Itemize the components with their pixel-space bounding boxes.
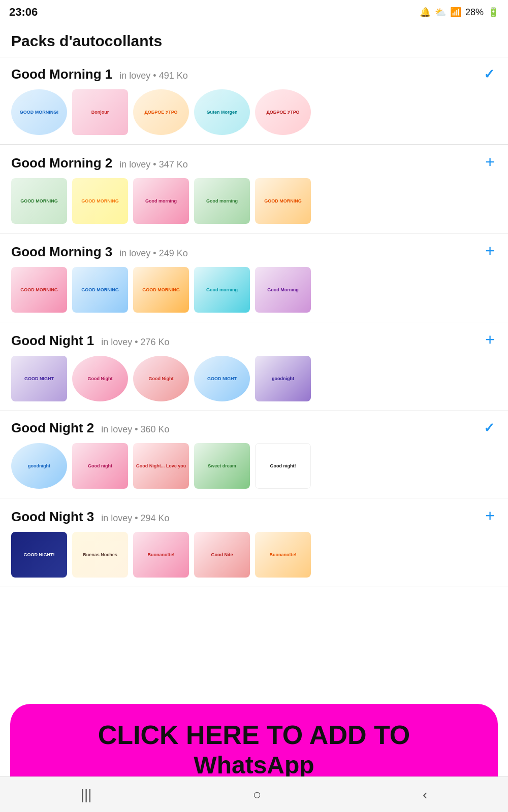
pack-action-gm1[interactable]: ✓ (482, 67, 497, 81)
sticker-gm2-4[interactable]: GOOD MORNING (255, 178, 311, 224)
sticker-gm1-1[interactable]: Bonjour (72, 89, 128, 135)
pack-title-row-gn1: Good Night 1in lovey • 276 Ko (11, 333, 483, 349)
sticker-label-gm1-2: ДОБРОЕ УТРО (144, 110, 177, 115)
pack-name-gn2: Good Night 2 (11, 420, 94, 436)
arrow-container (396, 587, 478, 594)
sticker-row-gn3: GOOD NIGHT!Buenas NochesBuonanotte!Good … (11, 532, 497, 578)
sticker-gm2-1[interactable]: GOOD MORNING (72, 178, 128, 224)
status-bar: 23:06 🔔 ⛅ 📶 28% 🔋 (0, 0, 508, 24)
sticker-label-gm1-1: Bonjour (91, 110, 109, 115)
sticker-label-gm3-2: GOOD MORNING (142, 287, 180, 293)
sticker-gm1-3[interactable]: Guten Morgen (194, 89, 250, 135)
pack-meta-gm1: in lovey • 491 Ko (119, 71, 187, 81)
sticker-gn2-0[interactable]: goodnight (11, 443, 67, 489)
sticker-gm3-1[interactable]: GOOD MORNING (72, 267, 128, 313)
sticker-gn1-2[interactable]: Good Night (133, 356, 189, 401)
pack-title-row-gm1: Good Morning 1in lovey • 491 Ko (11, 66, 482, 82)
pack-title-row-gm2: Good Morning 2in lovey • 347 Ko (11, 155, 483, 171)
pack-item-gn3: Good Night 3in lovey • 294 Ko+GOOD NIGHT… (0, 498, 508, 587)
battery-icon: 🔋 (488, 7, 499, 18)
sticker-label-gn2-3: Sweet dream (208, 463, 236, 469)
sticker-gn3-4[interactable]: Buonanotte! (255, 532, 311, 578)
nav-bar: ||| ○ ‹ (0, 776, 508, 812)
sticker-gm2-0[interactable]: GOOD MORNING (11, 178, 67, 224)
sticker-row-gm1: GOOD MORNING!BonjourДОБРОЕ УТРОGuten Mor… (11, 89, 497, 135)
pack-action-gn1[interactable]: + (483, 331, 497, 348)
status-icons: 🔔 ⛅ 📶 28% 🔋 (420, 7, 499, 18)
sticker-label-gm2-1: GOOD MORNING (81, 198, 119, 204)
pack-name-gm2: Good Morning 2 (11, 155, 112, 171)
sticker-label-gm1-4: ДОБРОЕ УТРО (266, 110, 299, 115)
pack-action-gm2[interactable]: + (483, 154, 497, 170)
pack-header-gm1: Good Morning 1in lovey • 491 Ko✓ (11, 66, 497, 82)
sticker-gn3-0[interactable]: GOOD NIGHT! (11, 532, 67, 578)
pack-meta-gm2: in lovey • 347 Ko (119, 159, 187, 170)
sticker-label-gm3-1: GOOD MORNING (81, 287, 119, 293)
sticker-gn1-4[interactable]: goodnight (255, 356, 311, 401)
pack-item-gm1: Good Morning 1in lovey • 491 Ko✓GOOD MOR… (0, 57, 508, 145)
sticker-label-gn2-1: Good night (88, 463, 112, 469)
sticker-label-gn1-4: goodnight (272, 376, 294, 382)
nav-home[interactable]: ○ (253, 787, 262, 803)
nav-recent-apps[interactable]: ||| (81, 787, 92, 803)
sticker-gn3-1[interactable]: Buenas Noches (72, 532, 128, 578)
pack-meta-gn2: in lovey • 360 Ko (101, 424, 169, 435)
sticker-label-gm1-3: Guten Morgen (207, 110, 238, 115)
weather-icon: ⛅ (435, 7, 446, 18)
sticker-label-gm2-0: GOOD MORNING (20, 198, 58, 204)
sticker-gn1-1[interactable]: Good Night (72, 356, 128, 401)
pack-item-gm3: Good Morning 3in lovey • 249 Ko+GOOD MOR… (0, 233, 508, 322)
cta-line1[interactable]: CLICK HERE TO ADD TO (20, 719, 488, 751)
sticker-row-gm3: GOOD MORNINGGOOD MORNINGGOOD MORNINGGood… (11, 267, 497, 313)
sticker-gn2-3[interactable]: Sweet dream (194, 443, 250, 489)
pack-item-gn2: Good Night 2in lovey • 360 Ko✓goodnightG… (0, 411, 508, 498)
signal-icon: 📶 (450, 7, 461, 18)
sticker-label-gn1-3: GOOD NIGHT (207, 376, 237, 382)
pack-meta-gn1: in lovey • 276 Ko (101, 337, 169, 348)
sticker-label-gm2-4: GOOD MORNING (264, 198, 302, 204)
sticker-gn2-2[interactable]: Good Night... Love you (133, 443, 189, 489)
pack-header-gn3: Good Night 3in lovey • 294 Ko+ (11, 507, 497, 525)
sticker-gn2-4[interactable]: Good night! (255, 443, 311, 489)
nav-back[interactable]: ‹ (423, 787, 427, 803)
sticker-gn2-1[interactable]: Good night (72, 443, 128, 489)
sticker-gm3-4[interactable]: Good Morning (255, 267, 311, 313)
pack-header-gn1: Good Night 1in lovey • 276 Ko+ (11, 331, 497, 349)
sticker-gn3-3[interactable]: Good Nite (194, 532, 250, 578)
sticker-gn3-2[interactable]: Buonanotte! (133, 532, 189, 578)
sticker-gm3-0[interactable]: GOOD MORNING (11, 267, 67, 313)
sticker-gm1-2[interactable]: ДОБРОЕ УТРО (133, 89, 189, 135)
arrow-icon (396, 587, 478, 592)
sticker-gm2-2[interactable]: Good morning (133, 178, 189, 224)
pack-header-gn2: Good Night 2in lovey • 360 Ko✓ (11, 420, 497, 436)
sticker-gn1-3[interactable]: GOOD NIGHT (194, 356, 250, 401)
pack-action-gn3[interactable]: + (483, 507, 497, 524)
sticker-gm3-3[interactable]: Good morning (194, 267, 250, 313)
sticker-label-gn2-4: Good night! (270, 463, 296, 469)
packs-list: Good Morning 1in lovey • 491 Ko✓GOOD MOR… (0, 57, 508, 587)
sticker-gm3-2[interactable]: GOOD MORNING (133, 267, 189, 313)
pack-title-row-gn3: Good Night 3in lovey • 294 Ko (11, 509, 483, 525)
sticker-gn1-0[interactable]: GOOD NIGHT (11, 356, 67, 401)
sticker-gm1-0[interactable]: GOOD MORNING! (11, 89, 67, 135)
pack-name-gm1: Good Morning 1 (11, 66, 112, 82)
cta-line2[interactable]: WhatsApp (20, 751, 488, 780)
sticker-label-gn2-0: goodnight (28, 463, 50, 469)
pack-name-gm3: Good Morning 3 (11, 244, 112, 260)
sticker-label-gn3-3: Good Nite (211, 552, 233, 558)
sticker-label-gn3-0: GOOD NIGHT! (24, 552, 55, 558)
pack-meta-gn3: in lovey • 294 Ko (101, 513, 169, 524)
sticker-label-gn1-1: Good Night (88, 376, 113, 382)
pack-header-gm3: Good Morning 3in lovey • 249 Ko+ (11, 243, 497, 260)
sticker-gm1-4[interactable]: ДОБРОЕ УТРО (255, 89, 311, 135)
sticker-gm2-3[interactable]: Good morning (194, 178, 250, 224)
pack-action-gn2[interactable]: ✓ (482, 421, 497, 434)
sticker-label-gm2-3: Good morning (206, 198, 238, 204)
pack-action-gm3[interactable]: + (483, 243, 497, 259)
pack-item-gn1: Good Night 1in lovey • 276 Ko+GOOD NIGHT… (0, 322, 508, 411)
sticker-label-gm3-0: GOOD MORNING (20, 287, 58, 293)
sticker-row-gm2: GOOD MORNINGGOOD MORNINGGood morningGood… (11, 178, 497, 224)
sticker-label-gm2-2: Good morning (145, 198, 177, 204)
battery-level: 28% (465, 7, 484, 18)
sticker-row-gn1: GOOD NIGHTGood NightGood NightGOOD NIGHT… (11, 356, 497, 401)
